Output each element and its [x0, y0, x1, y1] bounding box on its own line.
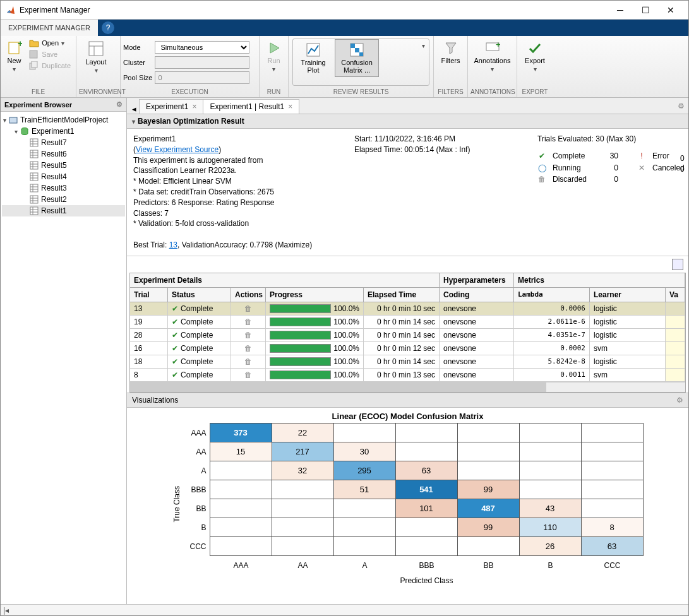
tree-project[interactable]: ▾TrainEfficientModelProject: [2, 114, 125, 126]
new-button[interactable]: + New ▾: [3, 37, 25, 76]
trash-icon[interactable]: 🗑: [244, 317, 252, 326]
new-icon: +: [7, 40, 22, 56]
result-desc2: Classification Learner R2023a.: [133, 165, 335, 176]
best-trial-link[interactable]: 13: [169, 240, 177, 249]
dropdown-icon: ▾: [534, 66, 537, 73]
duplicate-label: Duplicate: [42, 62, 71, 69]
tree-result[interactable]: Result6: [2, 148, 125, 160]
table-row[interactable]: 16✔ Complete🗑100.0%0 hr 0 min 12 seconev…: [130, 342, 685, 355]
col-coding[interactable]: Coding: [440, 288, 514, 302]
col-learner[interactable]: Learner: [590, 288, 666, 302]
status-running: ◯Running: [537, 163, 587, 174]
cm-cell: 8: [581, 518, 644, 537]
cm-cell: [581, 480, 644, 499]
annotations-button[interactable]: + Annotations ▾: [470, 37, 514, 76]
run-group-label: RUN: [262, 87, 285, 97]
table-row[interactable]: 18✔ Complete🗑100.0%0 hr 0 min 14 seconev…: [130, 355, 685, 369]
svg-rect-25: [30, 162, 38, 169]
minimize-button[interactable]: ─: [608, 1, 633, 19]
result-validation: * Validation: 5-fold cross-validation: [133, 218, 335, 229]
tree-result[interactable]: Result5: [2, 160, 125, 171]
col-lambda[interactable]: Lambda: [514, 288, 590, 302]
confusion-matrix-label: ConfusionMatrix ...: [341, 59, 373, 74]
gear-icon[interactable]: ⚙: [678, 102, 685, 110]
svg-rect-29: [30, 173, 38, 181]
layout-label: Layout: [85, 58, 106, 66]
trash-icon[interactable]: 🗑: [244, 331, 252, 340]
col-elapsed[interactable]: Elapsed Time: [364, 288, 440, 302]
review-more-button[interactable]: ▾: [417, 39, 429, 52]
col-trial[interactable]: Trial: [130, 288, 168, 302]
trash-icon[interactable]: 🗑: [244, 344, 252, 353]
tree-result[interactable]: Result2: [2, 194, 125, 205]
best-trial-line: Best Trial: 13, ValidationAccuracy: 0.77…: [133, 240, 335, 251]
cm-cell: [333, 518, 396, 537]
trash-icon[interactable]: 🗑: [244, 357, 252, 366]
confusion-matrix: AAA37322AA1521730A3229563BBB5154199BB101…: [185, 424, 644, 575]
tree-result[interactable]: Result3: [2, 182, 125, 194]
svg-rect-33: [30, 184, 38, 192]
svg-text:+: +: [18, 40, 22, 49]
close-button[interactable]: ✕: [658, 1, 683, 19]
experiment-tree[interactable]: ▾TrainEfficientModelProject▾Experiment1R…: [1, 112, 126, 219]
filters-group-label: FILTERS: [436, 87, 465, 97]
mode-select[interactable]: Simultaneous: [155, 41, 249, 54]
visualizations-header: Visualizations⚙: [127, 393, 688, 408]
statusbar-handle-icon[interactable]: |◂: [3, 606, 9, 615]
tabs-prev-button[interactable]: ◂: [129, 104, 139, 114]
col-actions[interactable]: Actions: [231, 288, 266, 302]
dropdown-icon: ▾: [61, 40, 64, 47]
table-row[interactable]: 8✔ Complete🗑100.0%0 hr 0 min 13 seconevs…: [130, 369, 685, 382]
cm-cell: [395, 423, 458, 442]
maximize-button[interactable]: ☐: [633, 1, 658, 19]
tree-result[interactable]: Result1: [2, 205, 125, 216]
training-plot-button[interactable]: Training Plot: [293, 39, 333, 77]
tree-experiment[interactable]: ▾Experiment1: [2, 126, 125, 137]
filters-button[interactable]: Filters: [436, 37, 465, 68]
gear-icon[interactable]: ⚙: [116, 100, 123, 109]
table-row[interactable]: 19✔ Complete🗑100.0%0 hr 0 min 14 seconev…: [130, 316, 685, 329]
col-progress[interactable]: Progress: [266, 288, 364, 302]
trash-icon[interactable]: 🗑: [244, 370, 252, 379]
svg-rect-41: [30, 207, 38, 215]
col-status[interactable]: Status: [168, 288, 231, 302]
table-row[interactable]: 28✔ Complete🗑100.0%0 hr 0 min 14 seconev…: [130, 329, 685, 342]
cm-col-header: B: [520, 556, 582, 575]
confusion-matrix-button[interactable]: ConfusionMatrix ...: [335, 39, 379, 77]
tab-experiment-manager[interactable]: EXPERIMENT MANAGER: [1, 20, 98, 36]
tree-result[interactable]: Result7: [2, 137, 125, 148]
result-header[interactable]: ▾Bayesian Optimization Result: [127, 114, 688, 129]
columns-button[interactable]: [672, 259, 683, 270]
trash-icon[interactable]: 🗑: [244, 304, 252, 313]
ribbon: + New ▾ Open ▾ Save Duplicate FILE Layou…: [1, 36, 688, 98]
save-label: Save: [42, 50, 57, 58]
tree-result[interactable]: Result4: [2, 171, 125, 182]
cm-col-header: CCC: [582, 556, 644, 575]
cm-row-header: BBB: [185, 480, 210, 499]
result-dataset: * Data set: creditTrain Observations: 26…: [133, 187, 335, 198]
export-button[interactable]: Export ▾: [520, 37, 550, 76]
close-icon[interactable]: ×: [288, 102, 292, 111]
cm-row-header: AAA: [185, 424, 210, 442]
save-icon: [29, 50, 39, 59]
cm-cell: 487: [457, 499, 520, 518]
gear-icon[interactable]: ⚙: [676, 396, 683, 405]
start-time: Start: 11/10/2022, 3:16:46 PM: [354, 134, 518, 145]
chart-ylabel: True Class: [172, 486, 181, 523]
close-icon[interactable]: ×: [192, 102, 196, 111]
mode-label: Mode: [123, 44, 152, 51]
cm-cell: 373: [210, 423, 272, 442]
cm-cell: 51: [333, 480, 396, 499]
col-va[interactable]: Va: [666, 288, 685, 302]
cm-cell: 15: [210, 442, 272, 461]
open-button[interactable]: Open ▾: [27, 37, 73, 49]
help-icon[interactable]: ?: [102, 21, 114, 34]
funnel-icon: [443, 40, 458, 56]
view-experiment-source-link[interactable]: View Experiment Source: [136, 145, 219, 154]
horizontal-scrollbar[interactable]: [130, 382, 685, 392]
layout-button[interactable]: Layout ▾: [79, 37, 113, 77]
table-row[interactable]: 13✔ Complete🗑100.0%0 hr 0 min 10 seconev…: [130, 302, 685, 316]
tab-experiment1-result1[interactable]: Experiment1 | Result1×: [203, 99, 299, 114]
tab-experiment1[interactable]: Experiment1×: [139, 99, 203, 114]
matlab-icon: [6, 5, 16, 15]
